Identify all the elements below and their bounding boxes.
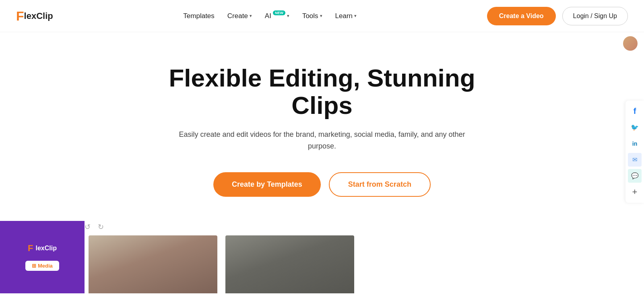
thumbnail-1 bbox=[89, 235, 217, 293]
nav-ai[interactable]: AI NEW ▾ bbox=[265, 12, 289, 20]
redo-button[interactable]: ↻ bbox=[98, 223, 104, 231]
social-sidebar: f 🐦 in ✉ 💬 + bbox=[625, 101, 644, 203]
nav-tools[interactable]: Tools ▾ bbox=[302, 12, 322, 20]
editor-logo-f: F bbox=[28, 243, 33, 254]
nav-learn-label: Learn bbox=[335, 12, 353, 20]
logo-rest: lexClip bbox=[24, 11, 53, 21]
chat-share-button[interactable]: 💬 bbox=[628, 169, 642, 183]
nav-right: Create a Video Login / Sign Up bbox=[487, 7, 628, 25]
hero-subtitle: Easily create and edit videos for the br… bbox=[177, 129, 467, 152]
editor-logo-text: lexClip bbox=[35, 245, 56, 252]
thumbnail-2 bbox=[225, 235, 354, 293]
login-label: Login / Sign Up bbox=[573, 12, 617, 19]
undo-button[interactable]: ↺ bbox=[85, 223, 91, 231]
nav-tools-label: Tools bbox=[302, 12, 318, 20]
chevron-down-icon: ▾ bbox=[287, 13, 289, 19]
navbar: F lexClip Templates Create ▾ AI NEW ▾ To… bbox=[0, 0, 644, 32]
media-panel-label[interactable]: ⊞ Media bbox=[25, 261, 59, 271]
create-video-button[interactable]: Create a Video bbox=[487, 7, 556, 25]
logo-f: F bbox=[16, 10, 24, 23]
chevron-down-icon: ▾ bbox=[354, 13, 357, 19]
editor-preview: F lexClip ⊞ Media ↺ ↻ bbox=[0, 221, 644, 293]
facebook-share-button[interactable]: f bbox=[628, 105, 642, 118]
nav-templates-label: Templates bbox=[183, 12, 214, 20]
create-by-templates-button[interactable]: Create by Templates bbox=[213, 172, 321, 197]
more-share-button[interactable]: + bbox=[628, 185, 642, 199]
twitter-share-button[interactable]: 🐦 bbox=[628, 121, 642, 134]
logo[interactable]: F lexClip bbox=[16, 10, 53, 23]
hero-section: Flexible Editing, Stunning Clips Easily … bbox=[0, 32, 644, 221]
linkedin-share-button[interactable]: in bbox=[628, 137, 642, 150]
nav-learn[interactable]: Learn ▾ bbox=[335, 12, 357, 20]
chevron-down-icon: ▾ bbox=[250, 13, 252, 19]
editor-logo: F lexClip bbox=[28, 243, 57, 254]
nav-ai-label: AI bbox=[265, 12, 271, 20]
nav-create[interactable]: Create ▾ bbox=[227, 12, 252, 20]
hero-title: Flexible Editing, Stunning Clips bbox=[141, 64, 503, 119]
login-button[interactable]: Login / Sign Up bbox=[562, 7, 628, 25]
create-video-label: Create a Video bbox=[499, 12, 544, 19]
hero-buttons: Create by Templates Start from Scratch bbox=[213, 172, 431, 197]
email-share-button[interactable]: ✉ bbox=[628, 153, 642, 167]
editor-toolbar: ↺ ↻ bbox=[85, 221, 644, 231]
ai-new-badge: NEW bbox=[273, 10, 285, 15]
nav-links: Templates Create ▾ AI NEW ▾ Tools ▾ Lear… bbox=[183, 12, 357, 20]
chevron-down-icon: ▾ bbox=[320, 13, 322, 19]
start-from-scratch-label: Start from Scratch bbox=[348, 180, 411, 188]
start-from-scratch-button[interactable]: Start from Scratch bbox=[329, 172, 431, 197]
create-by-templates-label: Create by Templates bbox=[232, 180, 302, 188]
media-label-text: Media bbox=[38, 263, 53, 269]
editor-sidebar: F lexClip ⊞ Media bbox=[0, 221, 85, 293]
thumbnail-strip bbox=[85, 231, 644, 293]
nav-create-label: Create bbox=[227, 12, 248, 20]
editor-main: ↺ ↻ bbox=[85, 221, 644, 293]
nav-templates[interactable]: Templates bbox=[183, 12, 214, 20]
